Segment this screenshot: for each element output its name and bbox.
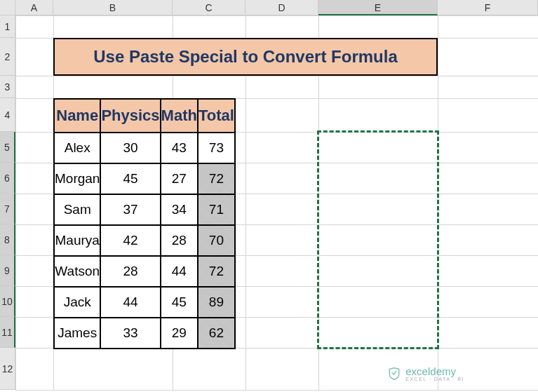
cell[interactable]: Morgan	[54, 163, 100, 194]
cell[interactable]: 62	[198, 318, 235, 349]
watermark-sub: EXCEL · DATA · BI	[405, 377, 464, 381]
cell[interactable]: 71	[198, 194, 235, 225]
row-header-3[interactable]: 3	[0, 76, 15, 98]
cell[interactable]: 34	[161, 194, 198, 225]
cell[interactable]: 44	[100, 287, 160, 318]
cell[interactable]: 70	[198, 225, 235, 256]
cell[interactable]: Jack	[54, 287, 100, 318]
watermark-text: exceldemy	[405, 366, 464, 377]
cell[interactable]: Watson	[54, 256, 100, 287]
cell[interactable]: 27	[161, 163, 198, 194]
page-title: Use Paste Special to Convert Formula	[53, 38, 438, 76]
row-header-8[interactable]: 8	[0, 224, 15, 255]
row-headers: 123456789101112	[0, 15, 15, 390]
cell[interactable]: 45	[100, 163, 160, 194]
cell[interactable]: 29	[161, 318, 198, 349]
column-header-a[interactable]: A	[15, 0, 53, 15]
watermark: exceldemy EXCEL · DATA · BI	[387, 366, 464, 381]
logo-icon	[387, 367, 401, 381]
select-all-corner[interactable]	[0, 0, 15, 15]
cell[interactable]: 30	[100, 133, 160, 163]
cell[interactable]: 72	[198, 256, 235, 287]
column-header-f[interactable]: F	[438, 0, 538, 15]
cell[interactable]: 72	[198, 163, 235, 194]
cell[interactable]: Maurya	[54, 225, 100, 256]
row-header-11[interactable]: 11	[0, 317, 15, 348]
column-header-b[interactable]: B	[53, 0, 173, 15]
cell[interactable]: 33	[100, 318, 160, 349]
row-header-2[interactable]: 2	[0, 38, 15, 76]
column-header-e[interactable]: E	[318, 0, 438, 15]
column-header-d[interactable]: D	[246, 0, 318, 15]
column-headers: ABCDEF	[15, 0, 538, 15]
row-header-6[interactable]: 6	[0, 163, 15, 194]
table-header-physics[interactable]: Physics	[100, 99, 160, 133]
row-header-5[interactable]: 5	[0, 132, 15, 163]
column-header-c[interactable]: C	[173, 0, 246, 15]
row-header-10[interactable]: 10	[0, 286, 15, 317]
table-header-math[interactable]: Math	[161, 99, 198, 133]
row-header-1[interactable]: 1	[0, 15, 15, 38]
cell[interactable]: 44	[161, 256, 198, 287]
cell[interactable]: 28	[100, 256, 160, 287]
table-header-total[interactable]: Total	[198, 99, 235, 133]
table-header-name[interactable]: Name	[54, 99, 100, 133]
row-header-4[interactable]: 4	[0, 98, 15, 132]
cell[interactable]: 73	[198, 133, 235, 163]
spreadsheet-viewport: ABCDEF 123456789101112 Use Paste Special…	[0, 0, 538, 392]
cell[interactable]: 45	[161, 287, 198, 318]
cell[interactable]: 89	[198, 287, 235, 318]
row-header-12[interactable]: 12	[0, 348, 15, 390]
cell[interactable]: 28	[161, 225, 198, 256]
row-header-7[interactable]: 7	[0, 194, 15, 224]
cell[interactable]: 37	[100, 194, 160, 225]
cell[interactable]: 42	[100, 225, 160, 256]
cell[interactable]: Alex	[54, 133, 100, 163]
cell[interactable]: 43	[161, 133, 198, 163]
cell[interactable]: Sam	[54, 194, 100, 225]
cell[interactable]: James	[54, 318, 100, 349]
row-header-9[interactable]: 9	[0, 255, 15, 286]
